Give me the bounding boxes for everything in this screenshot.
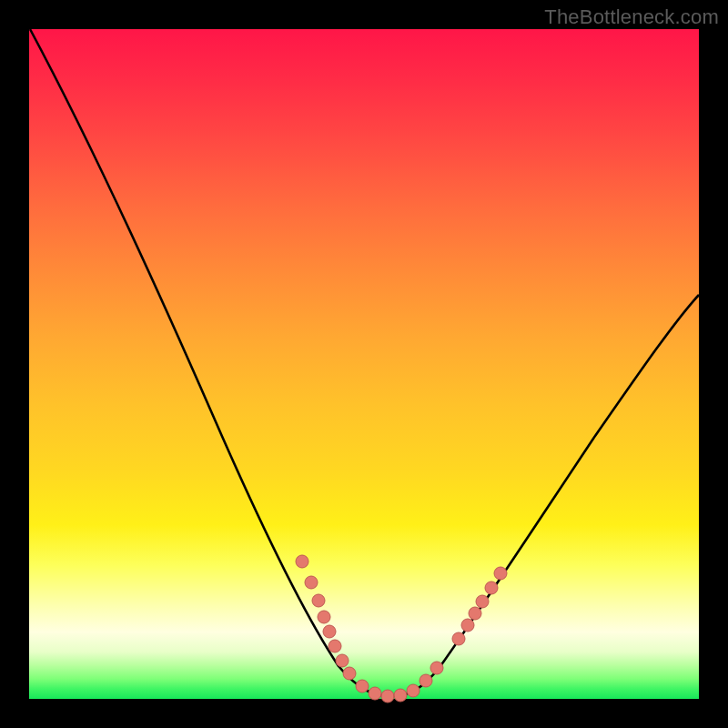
svg-point-11 (394, 689, 407, 702)
svg-point-12 (407, 684, 420, 697)
plot-area (29, 29, 699, 699)
svg-point-20 (494, 567, 507, 580)
curve-markers (296, 555, 507, 703)
svg-point-15 (452, 632, 465, 645)
svg-point-16 (461, 619, 474, 632)
svg-point-14 (430, 662, 443, 674)
svg-point-19 (485, 581, 498, 594)
svg-point-3 (318, 611, 330, 623)
svg-point-18 (476, 595, 489, 608)
svg-point-6 (336, 654, 349, 667)
svg-point-17 (469, 607, 481, 620)
svg-point-13 (420, 674, 432, 687)
bottleneck-curve (30, 29, 699, 696)
svg-point-2 (312, 594, 325, 607)
svg-point-10 (381, 690, 394, 703)
svg-point-0 (296, 555, 308, 568)
svg-point-7 (343, 667, 356, 680)
svg-point-8 (356, 680, 369, 693)
chart-frame: TheBottleneck.com (0, 0, 728, 728)
svg-point-4 (323, 625, 336, 638)
svg-point-5 (329, 640, 341, 652)
watermark-label: TheBottleneck.com (544, 5, 719, 29)
curve-layer (29, 29, 699, 699)
svg-point-1 (305, 576, 318, 589)
svg-point-9 (369, 687, 381, 700)
